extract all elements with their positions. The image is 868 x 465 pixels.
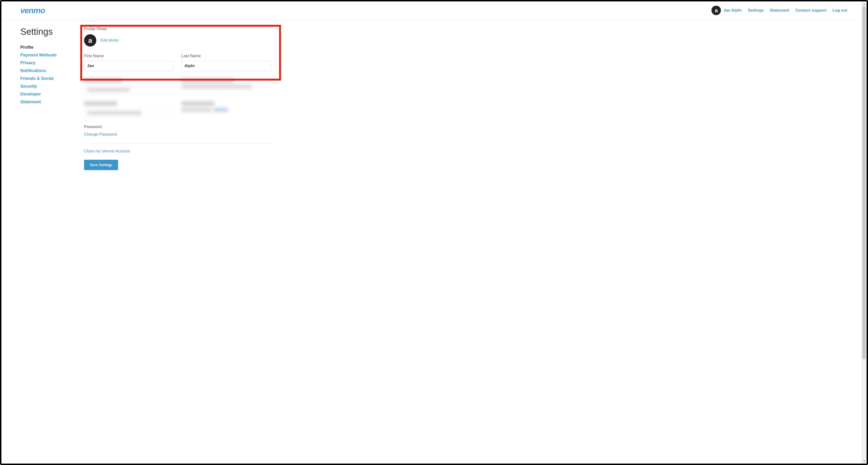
main-area: Settings Profile Payment Methods Privacy… xyxy=(1,20,861,177)
redacted-label xyxy=(84,101,117,106)
brand-logo[interactable]: venmo xyxy=(20,6,45,15)
sidebar-item-notifications[interactable]: Notifications xyxy=(20,68,46,73)
sidebar-item-statement[interactable]: Statement xyxy=(20,99,41,104)
topnav-contact-support[interactable]: Contact support xyxy=(795,8,826,13)
sidebar-item-payment-methods[interactable]: Payment Methods xyxy=(20,53,57,57)
redacted-input xyxy=(84,85,174,95)
save-settings-button[interactable]: Save Settings xyxy=(84,160,118,170)
last-name-group: Last Name xyxy=(181,54,271,71)
password-section: Password Change Password xyxy=(84,124,842,137)
scrollbar-thumb[interactable] xyxy=(862,7,866,359)
app-frame: venmo a Jan Alphr Settings Statement Con… xyxy=(0,0,868,465)
left-column: Settings Profile Payment Methods Privacy… xyxy=(20,27,70,170)
page-title: Settings xyxy=(20,27,70,37)
sidebar-item-profile[interactable]: Profile xyxy=(20,45,34,50)
scrollbar-track[interactable] xyxy=(862,7,867,458)
edit-photo-link[interactable]: Edit photo xyxy=(101,38,119,43)
scroll-up-arrow-icon[interactable]: ▴ xyxy=(862,1,867,7)
right-column: Profile Photo a Edit photo First Name La… xyxy=(84,27,842,170)
redacted-row-1 xyxy=(84,78,842,95)
topbar: venmo a Jan Alphr Settings Statement Con… xyxy=(1,1,861,20)
name-fields-row: First Name Last Name xyxy=(84,54,842,71)
vertical-scrollbar[interactable]: ▴ ▾ xyxy=(861,1,867,464)
profile-avatar-icon: a xyxy=(84,34,96,47)
redacted-label xyxy=(181,101,214,106)
avatar-icon: a xyxy=(711,6,721,15)
first-name-input[interactable] xyxy=(84,61,174,71)
last-name-input[interactable] xyxy=(181,61,271,71)
sidebar-item-developer[interactable]: Developer xyxy=(20,92,41,96)
close-account-link[interactable]: Close my Venmo Account xyxy=(84,149,130,153)
profile-photo-section: Profile Photo a Edit photo xyxy=(84,27,842,47)
change-password-link[interactable]: Change Password xyxy=(84,132,117,137)
first-name-group: First Name xyxy=(84,54,174,71)
topnav-user[interactable]: a Jan Alphr xyxy=(711,6,742,15)
redacted-input xyxy=(84,108,174,118)
redacted-row-2 xyxy=(84,101,842,118)
topnav-settings[interactable]: Settings xyxy=(748,8,764,13)
redacted-link xyxy=(214,108,228,112)
scroll-down-arrow-icon[interactable]: ▾ xyxy=(862,458,867,464)
section-divider xyxy=(84,143,273,144)
first-name-label: First Name xyxy=(84,54,174,58)
content-wrap: venmo a Jan Alphr Settings Statement Con… xyxy=(1,1,861,464)
sidebar-item-privacy[interactable]: Privacy xyxy=(20,60,35,65)
sidebar-item-security[interactable]: Security xyxy=(20,84,37,89)
profile-photo-label: Profile Photo xyxy=(84,27,842,31)
password-label: Password xyxy=(84,124,842,129)
top-nav: a Jan Alphr Settings Statement Contact s… xyxy=(711,6,847,15)
settings-sidebar: Profile Payment Methods Privacy Notifica… xyxy=(20,45,70,105)
redacted-label xyxy=(84,78,122,83)
topnav-user-name[interactable]: Jan Alphr xyxy=(723,8,742,13)
topnav-logout[interactable]: Log out xyxy=(833,8,847,13)
redacted-label xyxy=(181,78,233,83)
topnav-statement[interactable]: Statement xyxy=(770,8,789,13)
redacted-text xyxy=(181,85,252,89)
redacted-text xyxy=(181,108,212,112)
last-name-label: Last Name xyxy=(181,54,271,58)
sidebar-item-friends-social[interactable]: Friends & Social xyxy=(20,76,54,81)
